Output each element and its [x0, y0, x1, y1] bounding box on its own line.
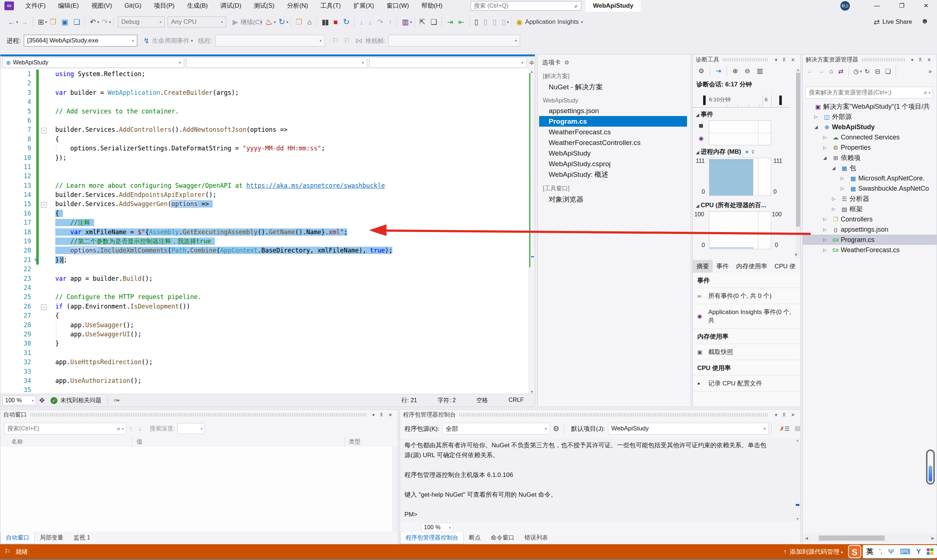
package-source-settings-icon[interactable]: ⚙ [550, 424, 562, 433]
chevron-down-icon[interactable]: ▾ [908, 57, 916, 63]
continue-button[interactable]: 继续(C) [241, 18, 262, 26]
document-tab[interactable]: WebApiStudy: 概述 [539, 169, 687, 180]
code-text[interactable]: }); [48, 255, 529, 265]
fold-margin[interactable] [39, 88, 48, 97]
minimize-button[interactable]: — [866, 0, 888, 12]
switch-views-icon[interactable]: ⇄ [835, 68, 846, 75]
console-output[interactable]: 每个包都由其所有者许可给你。NuGet 不负责第三方包，也不授予其许可证。一些包… [400, 438, 795, 521]
fold-margin[interactable] [39, 228, 48, 237]
fold-margin[interactable] [39, 79, 48, 88]
autos-scrollbar[interactable] [392, 447, 398, 531]
fold-margin[interactable] [39, 246, 48, 255]
code-line[interactable]: 25// Configure the HTTP request pipeline… [0, 292, 529, 302]
fold-margin[interactable] [39, 218, 48, 227]
code-line[interactable]: 21✎}); [0, 255, 529, 265]
code-line[interactable]: 15−builder.Services.AddSwaggerGen(option… [0, 200, 529, 209]
line-number[interactable]: 35 [0, 385, 31, 395]
forward-icon[interactable]: → [815, 68, 827, 75]
expander-icon[interactable]: ▷ [823, 135, 831, 140]
line-number[interactable]: 15 [0, 200, 31, 209]
drag-handle[interactable] [862, 58, 905, 62]
line-number[interactable]: 29 [0, 330, 31, 339]
open-file-icon[interactable]: ❒ [47, 18, 59, 26]
application-insights-dropdown[interactable]: ◉ Application Insights ▾ [514, 18, 583, 26]
line-number[interactable]: 12 [0, 172, 31, 181]
fold-margin[interactable] [39, 190, 48, 200]
code-line[interactable]: 16{ [0, 209, 529, 218]
code-text[interactable] [48, 116, 529, 125]
notifications-flag-icon[interactable]: ⚐ [5, 548, 10, 555]
code-line[interactable]: 7−builder.Services.AddControllers().AddN… [0, 125, 529, 134]
sogou-ime-icon[interactable]: S [848, 545, 861, 558]
code-surface[interactable]: 1using System.Reflection;23var builder =… [0, 69, 529, 395]
lifecycle-events-button[interactable]: 生命周期事件 [152, 37, 189, 45]
scroll-indicator-pill[interactable] [926, 449, 935, 485]
code-text[interactable]: options.IncludeXmlComments(Path.Combine(… [48, 246, 529, 255]
fold-margin[interactable] [39, 153, 48, 163]
solution-configuration-dropdown[interactable]: Debug▾ [118, 17, 165, 28]
gear-icon[interactable]: ⚙ [565, 59, 569, 66]
fold-margin[interactable] [39, 144, 48, 153]
tree-item[interactable]: ◢⊕WebApiStudy [803, 122, 937, 132]
fold-margin[interactable] [39, 255, 48, 265]
tree-item[interactable]: ▷▦Microsoft.AspNetCore. [803, 173, 937, 183]
zoom-in-icon[interactable]: ⊕ [729, 67, 741, 75]
line-comment-icon[interactable]: ⇤ [456, 18, 467, 26]
code-line[interactable]: 18 var xmlFileName = $"{Assembly.GetExec… [0, 228, 529, 237]
code-line[interactable]: 4 [0, 97, 529, 106]
document-tab[interactable]: WebApiStudy.csproj [539, 158, 687, 169]
code-text[interactable]: builder.Services.AddControllers().AddNew… [48, 125, 529, 134]
stop-debugging-icon[interactable]: ■ [331, 18, 340, 26]
output-window-tab[interactable]: 程序包管理器控制台 [400, 532, 464, 544]
events-track[interactable] [709, 120, 771, 145]
close-icon[interactable]: ✕ [788, 412, 797, 418]
code-line[interactable]: 12 [0, 172, 529, 181]
fold-margin[interactable]: − [39, 125, 48, 134]
type-dropdown[interactable]: ▾ [186, 57, 367, 68]
fold-margin[interactable] [39, 265, 48, 274]
process-dropdown[interactable]: [35664] WebApiStudy.exe ▾ [24, 35, 137, 46]
tree-item[interactable]: ▷☁Connected Services [803, 132, 937, 142]
menu-item[interactable]: 分析(N) [281, 0, 314, 12]
funnel-icon[interactable]: ⊽ [751, 149, 755, 155]
fold-margin[interactable] [39, 292, 48, 302]
navigate-back-icon[interactable]: ← [5, 18, 18, 26]
debug-window-tab[interactable]: 监视 1 [68, 532, 95, 543]
save-all-icon[interactable]: ❏ [71, 18, 83, 26]
close-button[interactable]: ✕ [915, 0, 937, 12]
code-line[interactable]: 24 [0, 283, 529, 292]
export-icon[interactable]: ⇥ [712, 67, 724, 75]
fold-margin[interactable] [39, 321, 48, 330]
code-health-icon[interactable]: ✓ [51, 397, 57, 404]
code-text[interactable]: // Learn more about configuring Swagger/… [48, 181, 529, 190]
tree-item[interactable]: ▷⚙Properties [803, 142, 937, 152]
line-number[interactable]: 31 [0, 348, 31, 358]
code-text[interactable] [48, 163, 529, 172]
line-number[interactable]: 24 [0, 283, 31, 292]
code-text[interactable] [48, 348, 529, 358]
quick-search-box[interactable]: ⌕ [471, 1, 581, 11]
fold-margin[interactable] [39, 209, 48, 218]
line-number[interactable]: 4 [0, 97, 31, 106]
code-text[interactable]: //第二个参数为是否显示控制器注释，我选择true [48, 237, 529, 246]
fold-margin[interactable] [39, 69, 48, 79]
step-into-icon[interactable]: ↓ [366, 18, 374, 26]
menu-item[interactable]: 文件(F) [19, 0, 52, 12]
fold-margin[interactable]: − [39, 200, 48, 209]
menu-item[interactable]: 工具(T) [314, 0, 347, 12]
output-window-tab[interactable]: 命令窗口 [486, 532, 519, 543]
expander-icon[interactable]: ▷ [832, 206, 839, 212]
events-section-header[interactable]: ◢事件 [696, 110, 713, 118]
fold-margin[interactable] [39, 237, 48, 246]
code-text[interactable] [48, 283, 529, 292]
split-window-handle[interactable]: ≑ [529, 58, 534, 67]
fold-margin[interactable] [39, 283, 48, 292]
summary-action[interactable]: ▣截取快照 [693, 344, 800, 360]
previous-bookmark-icon[interactable]: ▯ [481, 18, 490, 26]
session-timeline-ruler[interactable]: 6:10分钟 6 [693, 95, 790, 108]
tree-item[interactable]: ▷C#WeatherForecast.cs [803, 245, 937, 255]
show-next-statement-icon[interactable]: ↓ [357, 18, 366, 26]
tree-item[interactable]: ▷▤框架 [803, 204, 937, 214]
fold-margin[interactable] [39, 358, 48, 367]
code-text[interactable]: // Configure the HTTP request pipeline. [48, 292, 529, 302]
